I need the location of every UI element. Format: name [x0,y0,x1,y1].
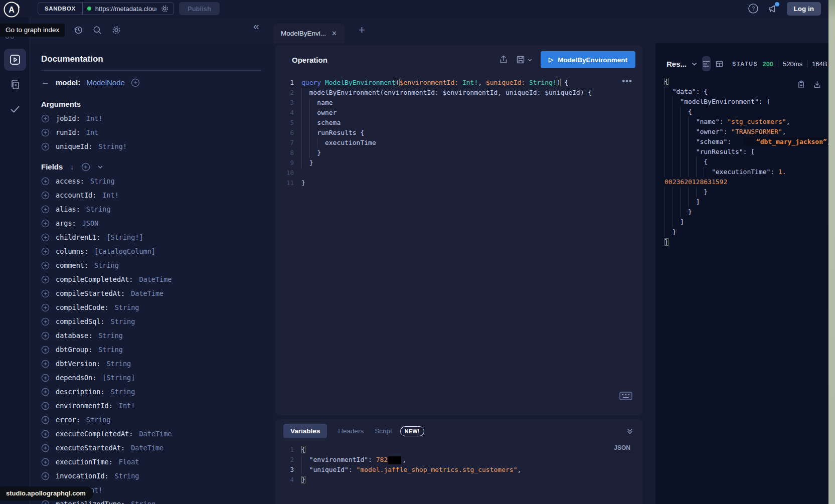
add-field-icon[interactable] [41,458,50,466]
table-view-toggle-icon[interactable] [715,56,724,71]
back-arrow-icon[interactable]: ← [41,77,50,87]
add-field-icon[interactable] [41,128,50,137]
save-dropdown-chevron-icon[interactable] [527,57,533,63]
fields-options-chevron-icon[interactable] [97,164,103,170]
field-row[interactable]: compiledSql: String [41,314,261,328]
endpoint-settings-gear-icon[interactable] [160,5,169,13]
code-line[interactable]: 1query ModelByEnvironment($environmentId… [275,78,642,88]
code-line[interactable]: 7executionTime [275,138,642,148]
add-field-icon[interactable] [41,303,50,312]
download-response-icon[interactable] [813,80,821,89]
add-field-icon[interactable] [41,430,50,438]
field-row[interactable]: database: String [41,328,261,343]
code-line[interactable]: } [664,207,826,217]
add-field-icon[interactable] [41,346,50,354]
editor-menu-icon[interactable]: ••• [622,76,632,86]
settings-gear-icon[interactable] [111,25,121,35]
field-row[interactable]: compileStartedAt: DateTime [41,286,261,300]
field-row[interactable]: childrenL1: [String!] [41,230,261,244]
code-line[interactable]: 10 [275,168,642,178]
code-line[interactable]: 4} [275,475,642,485]
collapse-panel-icon[interactable] [626,428,633,435]
new-tab-button[interactable]: + [359,24,365,37]
add-field-icon[interactable] [41,233,50,242]
add-field-icon[interactable] [41,374,50,382]
run-operation-button[interactable]: ▷ ModelByEnvironment [541,51,635,68]
code-line[interactable]: "schema": “dbt_mary_jackson”, [664,137,826,147]
add-field-icon[interactable] [41,247,50,256]
field-row[interactable]: columns: [CatalogColumn] [41,244,261,258]
field-row[interactable]: alias: String [41,202,261,216]
code-line[interactable]: } [664,237,826,247]
code-line[interactable]: 4owner [275,108,642,118]
code-line[interactable]: 9} [275,158,642,168]
type-name-link[interactable]: ModelNode [86,78,125,87]
field-row[interactable]: executeCompletedAt: DateTime [41,427,261,441]
nav-schema-icon[interactable] [9,79,21,91]
code-line[interactable]: "name": "stg_customers", [664,117,826,127]
add-field-icon[interactable] [41,177,50,186]
code-line[interactable]: 11} [275,178,642,188]
add-all-fields-icon[interactable] [81,162,90,171]
publish-button[interactable]: Publish [179,2,220,15]
code-line[interactable]: 5schema [275,118,642,128]
nav-explorer-button[interactable] [4,49,26,71]
add-field-icon[interactable] [41,444,50,452]
help-icon[interactable]: ? [748,3,759,14]
code-line[interactable]: } [664,187,826,197]
code-line[interactable]: ] [664,197,826,207]
copy-response-icon[interactable] [797,80,805,89]
announcements-megaphone-icon[interactable] [767,3,778,14]
code-line[interactable]: "executionTime": 1. [664,167,826,177]
add-field-icon[interactable] [41,219,50,228]
field-row[interactable]: accountId: Int! [41,188,261,202]
add-field-icon[interactable] [41,205,50,214]
code-line[interactable]: ] [664,217,826,227]
add-field-icon[interactable] [41,114,50,123]
raw-view-toggle-icon[interactable] [702,56,711,71]
code-line[interactable]: 8} [275,148,642,158]
field-row[interactable]: jobId: Int! [41,111,261,125]
field-row[interactable]: environmentId: Int! [41,399,261,413]
code-line[interactable]: "modelByEnvironment": [ [664,97,826,107]
tab-close-icon[interactable]: ✕ [331,30,337,37]
code-line[interactable]: 1{ [275,445,642,455]
add-field-icon[interactable] [41,416,50,424]
field-row[interactable]: dependsOn: [String] [41,371,261,385]
field-row[interactable]: dbtGroup: String [41,343,261,357]
field-row[interactable]: compileCompletedAt: DateTime [41,272,261,286]
add-field-icon[interactable] [41,317,50,326]
code-line[interactable]: 2"environmentId": 782, [275,455,642,465]
sort-fields-icon[interactable]: ↓ [70,163,74,171]
tab-headers[interactable]: Headers [338,427,364,435]
login-button[interactable]: Log in [787,2,821,16]
field-row[interactable]: runId: Int [41,125,261,139]
nav-checks-icon[interactable] [9,103,21,115]
response-json-view[interactable]: {"data": {"modelByEnvironment": [{"name"… [664,77,826,247]
keyboard-shortcuts-icon[interactable] [619,392,632,400]
apollo-logo[interactable]: A [3,1,21,19]
add-field-icon[interactable] [41,275,50,284]
add-field-icon[interactable] [41,402,50,410]
search-icon[interactable] [92,25,102,35]
code-line[interactable]: "owner": "TRANSFORMER", [664,127,826,137]
code-line[interactable]: } [664,227,826,237]
tab-script[interactable]: Script [375,427,392,435]
field-row[interactable]: args: JSON [41,216,261,230]
add-field-icon[interactable] [41,388,50,396]
field-row[interactable]: compiledCode: String [41,300,261,314]
tab-variables[interactable]: Variables [283,424,327,438]
code-line[interactable]: { [664,157,826,167]
add-field-icon[interactable] [41,472,50,480]
save-icon[interactable] [516,55,525,64]
code-line[interactable]: 3"uniqueId": "model.jaffle_shop_metrics.… [275,465,642,475]
add-field-icon[interactable] [41,142,50,151]
code-line[interactable]: 2modelByEnvironment(environmentId: $envi… [275,88,642,98]
variables-editor[interactable]: 1{2"environmentId": 782,3"uniqueId": "mo… [275,445,642,485]
share-icon[interactable] [499,55,508,64]
code-line[interactable]: 3name [275,98,642,108]
field-row[interactable]: access: String [41,174,261,188]
add-field-icon[interactable] [41,261,50,270]
code-line[interactable]: { [664,107,826,117]
code-line[interactable]: 6runResults { [275,128,642,138]
